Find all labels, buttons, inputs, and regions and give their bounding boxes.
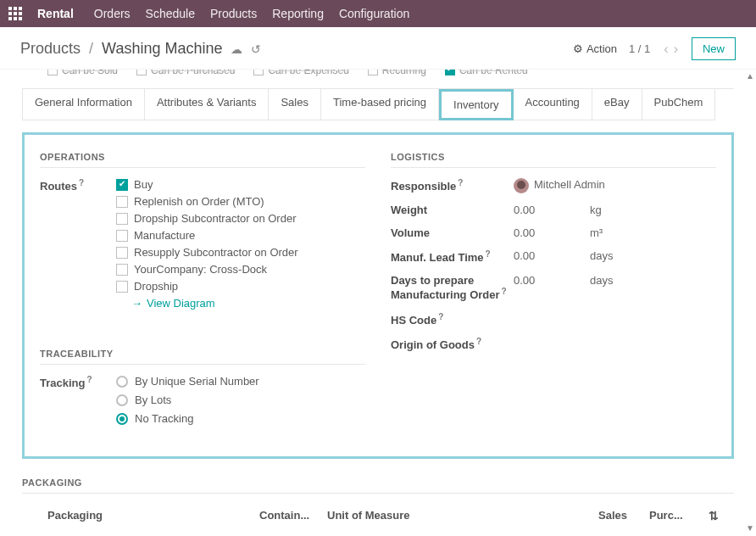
help-icon[interactable]: ?	[79, 178, 84, 187]
help-icon[interactable]: ?	[86, 375, 92, 384]
nav-schedule[interactable]: Schedule	[146, 7, 195, 20]
control-bar: Products / Washing Machine ☁ ↺ ⚙ Action …	[0, 27, 756, 70]
weight-unit: kg	[590, 204, 716, 216]
route-dropship-subcontractor[interactable]: Dropship Subcontractor on Order	[116, 212, 365, 225]
days-prepare-value[interactable]: 0.00	[514, 274, 590, 287]
route-resupply-subcontractor[interactable]: Resupply Subcontractor on Order	[116, 246, 365, 259]
checkbox-icon[interactable]	[116, 230, 128, 242]
routes-label: Routes?	[40, 178, 116, 193]
scroll-down-icon[interactable]: ▼	[746, 523, 754, 533]
help-icon[interactable]: ?	[476, 337, 481, 346]
tab-sales[interactable]: Sales	[269, 89, 321, 120]
breadcrumb: Products / Washing Machine ☁ ↺	[20, 40, 261, 58]
tab-ebay[interactable]: eBay	[592, 89, 642, 120]
product-flags-row: Can be Sold Can be Purchased Can be Expe…	[22, 70, 734, 78]
logistics-title: LOGISTICS	[391, 152, 716, 168]
help-icon[interactable]: ?	[502, 287, 507, 296]
hs-code-row: HS Code?	[391, 312, 716, 327]
radio-icon[interactable]	[116, 413, 128, 425]
operations-title: OPERATIONS	[40, 152, 365, 168]
tab-attributes-variants[interactable]: Attributes & Variants	[145, 89, 270, 120]
apps-icon[interactable]	[8, 7, 22, 20]
new-button[interactable]: New	[692, 37, 736, 60]
tracking-lots[interactable]: By Lots	[116, 394, 365, 406]
flag-can-be-sold[interactable]: Can be Sold	[47, 70, 118, 76]
topbar: Rental Orders Schedule Products Reportin…	[0, 0, 756, 27]
responsible-value[interactable]: Mitchell Admin	[514, 178, 716, 193]
pack-col-contain: Contain...	[259, 509, 327, 522]
tab-general-information[interactable]: General Information	[23, 89, 145, 120]
checkbox-icon[interactable]	[116, 264, 128, 276]
checkbox-icon[interactable]	[116, 247, 128, 259]
undo-icon[interactable]: ↺	[251, 42, 261, 56]
sliders-icon[interactable]: ⇅	[709, 509, 734, 522]
checkbox-icon[interactable]	[116, 213, 128, 225]
flag-can-be-rented[interactable]: Can be Rented	[445, 70, 528, 76]
breadcrumb-separator: /	[89, 40, 93, 58]
flag-recurring[interactable]: Recurring	[368, 70, 426, 76]
pack-col-purc: Purc...	[649, 509, 709, 522]
help-icon[interactable]: ?	[486, 249, 491, 259]
left-column: OPERATIONS Routes? Buy Replenish on Orde…	[40, 152, 365, 436]
tab-pubchem[interactable]: PubChem	[642, 89, 716, 120]
right-actions: ⚙ Action 1 / 1 ‹ › New	[573, 37, 736, 60]
gear-icon: ⚙	[573, 42, 583, 55]
nav-orders[interactable]: Orders	[94, 7, 131, 20]
form-scroll-area[interactable]: Can be Sold Can be Purchased Can be Expe…	[0, 70, 756, 536]
cloud-icon[interactable]: ☁	[231, 42, 242, 56]
tabs: General Information Attributes & Variant…	[22, 88, 734, 120]
flag-can-be-purchased[interactable]: Can be Purchased	[136, 70, 235, 76]
traceability-title: TRACEABILITY	[40, 349, 365, 365]
lead-time-row: Manuf. Lead Time? 0.00 days	[391, 249, 716, 264]
pager-prev-icon[interactable]: ‹	[662, 42, 670, 57]
checkbox-icon[interactable]	[116, 281, 128, 293]
breadcrumb-leaf: Washing Machine	[102, 40, 222, 58]
volume-unit: m³	[590, 226, 716, 239]
avatar	[514, 178, 529, 193]
help-icon[interactable]: ?	[438, 312, 443, 321]
tab-accounting[interactable]: Accounting	[514, 89, 592, 120]
checkbox-icon[interactable]	[116, 179, 128, 191]
route-replenish-mto[interactable]: Replenish on Order (MTO)	[116, 195, 365, 208]
route-manufacture[interactable]: Manufacture	[116, 229, 365, 242]
help-icon[interactable]: ?	[458, 178, 463, 187]
origin-label: Origin of Goods?	[391, 337, 514, 351]
routes-list: Buy Replenish on Order (MTO) Dropship Su…	[116, 178, 365, 310]
pack-col-uom: Unit of Measure	[327, 509, 497, 522]
lead-time-value[interactable]: 0.00	[514, 249, 590, 262]
pager-arrows: ‹ ›	[662, 42, 680, 57]
weight-label: Weight	[391, 204, 514, 216]
pack-col-sales: Sales	[598, 509, 649, 522]
tracking-row: Tracking? By Unique Serial Number By Lot…	[40, 375, 365, 431]
flag-can-be-expensed[interactable]: Can be Expensed	[253, 70, 348, 76]
arrow-right-icon: →	[131, 297, 142, 310]
route-dropship[interactable]: Dropship	[116, 280, 365, 293]
tab-inventory[interactable]: Inventory	[439, 89, 513, 120]
packaging-title: PACKAGING	[22, 477, 734, 494]
lead-time-unit: days	[590, 249, 716, 262]
origin-row: Origin of Goods?	[391, 337, 716, 351]
tracking-serial[interactable]: By Unique Serial Number	[116, 375, 365, 388]
nav-products[interactable]: Products	[210, 7, 257, 20]
volume-row: Volume 0.00 m³	[391, 226, 716, 239]
tab-time-based-pricing[interactable]: Time-based pricing	[321, 89, 439, 120]
tracking-label: Tracking?	[40, 375, 116, 389]
tracking-none[interactable]: No Tracking	[116, 412, 365, 425]
scroll-up-icon[interactable]: ▲	[746, 71, 754, 81]
view-diagram-link[interactable]: →View Diagram	[131, 297, 365, 310]
nav-reporting[interactable]: Reporting	[272, 7, 324, 20]
days-prepare-row: Days to prepareManufacturing Order? 0.00…	[391, 274, 716, 301]
volume-value[interactable]: 0.00	[514, 226, 590, 239]
pager-next-icon[interactable]: ›	[672, 42, 680, 57]
app-brand[interactable]: Rental	[37, 7, 74, 20]
breadcrumb-root[interactable]: Products	[20, 40, 81, 58]
days-prepare-label: Days to prepareManufacturing Order?	[391, 274, 514, 301]
radio-icon[interactable]	[116, 394, 128, 406]
weight-value[interactable]: 0.00	[514, 204, 590, 216]
checkbox-icon[interactable]	[116, 196, 128, 208]
action-dropdown[interactable]: ⚙ Action	[573, 42, 617, 55]
radio-icon[interactable]	[116, 376, 128, 388]
route-cross-dock[interactable]: YourCompany: Cross-Dock	[116, 263, 365, 276]
route-buy[interactable]: Buy	[116, 178, 365, 191]
nav-configuration[interactable]: Configuration	[339, 7, 409, 20]
